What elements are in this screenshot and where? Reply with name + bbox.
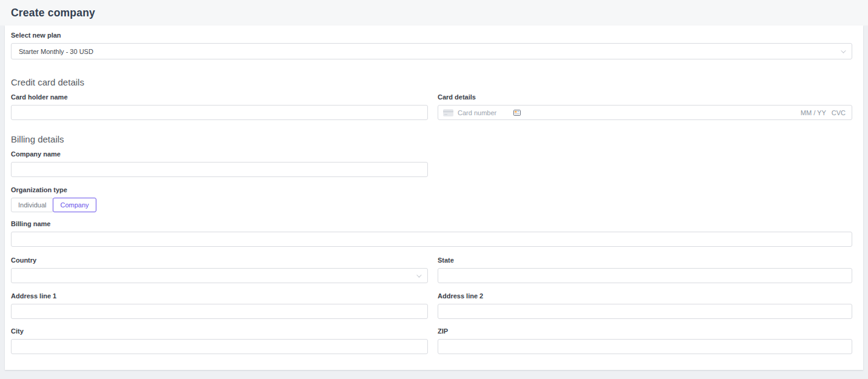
card-details-field-group: Card details MM / YY CVC: [438, 93, 852, 120]
card-holder-field-group: Card holder name: [11, 93, 428, 120]
country-field-group: Country: [11, 257, 428, 283]
billing-name-input[interactable]: [11, 232, 852, 247]
plan-field-group: Select new plan Starter Monthly - 30 USD: [11, 32, 852, 59]
city-label: City: [11, 327, 428, 335]
country-label: Country: [11, 257, 428, 264]
state-label: State: [438, 257, 852, 264]
credit-card-icon: [443, 109, 453, 116]
card-details-field[interactable]: MM / YY CVC: [438, 105, 852, 120]
card-number-input[interactable]: [458, 109, 505, 116]
card-cvc-placeholder[interactable]: CVC: [832, 109, 846, 116]
zip-field-group: ZIP: [438, 327, 852, 354]
organization-type-group: Organization type Individual Company: [11, 186, 852, 212]
state-input[interactable]: [438, 268, 852, 283]
zip-input[interactable]: [438, 339, 852, 354]
address-line-1-label: Address line 1: [11, 292, 428, 300]
plan-select[interactable]: Starter Monthly - 30 USD: [11, 43, 852, 59]
create-company-form-card: Select new plan Starter Monthly - 30 USD…: [5, 25, 863, 370]
select-new-plan-label: Select new plan: [11, 32, 852, 39]
address-line-2-field-group: Address line 2: [438, 292, 852, 319]
zip-label: ZIP: [438, 327, 852, 335]
credit-card-details-heading: Credit card details: [11, 77, 852, 87]
address-line-1-input[interactable]: [11, 304, 428, 319]
chevron-down-icon: [416, 272, 421, 277]
card-brand-icon: [513, 110, 521, 116]
card-expiry-cvc-group: MM / YY CVC: [801, 109, 846, 116]
billing-name-field-group: Billing name: [11, 220, 852, 247]
billing-name-label: Billing name: [11, 220, 852, 228]
organization-type-toggle: Individual Company: [11, 198, 852, 212]
card-holder-name-input[interactable]: [11, 105, 428, 120]
company-name-label: Company name: [11, 150, 428, 158]
address-line-2-input[interactable]: [438, 304, 852, 319]
billing-details-heading: Billing details: [11, 134, 852, 144]
card-details-label: Card details: [438, 93, 852, 101]
city-field-group: City: [11, 327, 428, 354]
address-line-1-field-group: Address line 1: [11, 292, 428, 319]
card-expiry-placeholder[interactable]: MM / YY: [801, 109, 826, 116]
address-line-2-label: Address line 2: [438, 292, 852, 300]
organization-type-company-button[interactable]: Company: [53, 198, 96, 212]
page-title: Create company: [11, 7, 95, 19]
page-header: Create company: [0, 0, 868, 25]
country-select[interactable]: [11, 268, 428, 283]
organization-type-individual-button[interactable]: Individual: [11, 198, 53, 212]
chevron-down-icon: [841, 48, 846, 53]
organization-type-label: Organization type: [11, 186, 852, 194]
city-input[interactable]: [11, 339, 428, 354]
company-name-input[interactable]: [11, 162, 428, 177]
card-holder-name-label: Card holder name: [11, 93, 428, 101]
company-name-field-group: Company name: [11, 150, 428, 177]
plan-select-value: Starter Monthly - 30 USD: [19, 48, 93, 55]
state-field-group: State: [438, 257, 852, 283]
